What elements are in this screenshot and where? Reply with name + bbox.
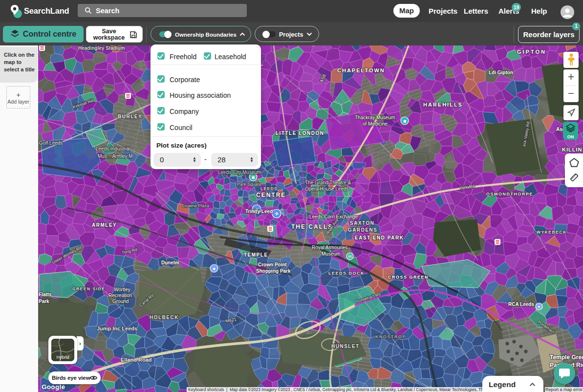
svg-text:LEEDS DOCK: LEEDS DOCK: [328, 271, 365, 276]
svg-text:LEEDS: LEEDS: [260, 186, 278, 191]
svg-text:KNOSTROP: KNOSTROP: [375, 334, 406, 339]
svg-text:RCA Leeds: RCA Leeds: [508, 302, 534, 307]
svg-text:SAXTON: SAXTON: [350, 220, 375, 226]
svg-text:Flatts: Flatts: [39, 292, 52, 297]
svg-text:Elland Road: Elland Road: [121, 357, 152, 363]
svg-text:of Medicine: of Medicine: [363, 121, 388, 127]
svg-text:Leeds Industrial: Leeds Industrial: [96, 146, 130, 152]
svg-text:ARMLEY: ARMLEY: [92, 222, 117, 228]
svg-text:Museum: Museum: [322, 251, 340, 257]
svg-text:HOLBECK: HOLBECK: [150, 315, 179, 320]
svg-text:Headingley Stadium: Headingley Stadium: [78, 45, 125, 51]
svg-text:Jump Inc Leeds: Jump Inc Leeds: [97, 326, 137, 331]
svg-text:GARDENS: GARDENS: [348, 227, 378, 233]
svg-text:Mus... Armley M: Mus... Armley M: [98, 153, 133, 159]
svg-text:Dunelm: Dunelm: [161, 260, 179, 265]
svg-text:Leeds Corn Exchange: Leeds Corn Exchange: [309, 214, 358, 219]
svg-text:KILLIN: KILLIN: [562, 147, 582, 152]
svg-text:Opera House Leeds: Opera House Leeds: [305, 186, 349, 192]
svg-text:WYKEBECK: WYKEBECK: [537, 230, 567, 235]
svg-text:Wortley: Wortley: [114, 287, 130, 292]
svg-text:Trinity Leed: Trinity Leed: [245, 209, 273, 214]
svg-text:Crown Point: Crown Point: [258, 262, 287, 267]
svg-text:CENTRE: CENTRE: [256, 192, 286, 198]
svg-text:■: ■: [252, 174, 255, 180]
svg-text:CHAPELTOWN: CHAPELTOWN: [337, 67, 385, 73]
svg-text:OSMONDTHORPE: OSMONDTHORPE: [486, 192, 533, 196]
svg-text:●: ●: [213, 266, 216, 271]
svg-text:Thackray Museum: Thackray Museum: [355, 115, 395, 120]
svg-text:Shopping Park: Shopping Park: [256, 268, 291, 274]
svg-text:Temple Green: Temple Green: [550, 354, 583, 361]
svg-text:●: ●: [538, 305, 540, 309]
svg-text:THE CALLS: THE CALLS: [291, 223, 333, 230]
svg-text:HAREHILLS: HAREHILLS: [423, 102, 463, 108]
svg-text:Royal Armouries: Royal Armouries: [312, 245, 347, 250]
svg-text:Leeds City Museum: Leeds City Museum: [218, 170, 261, 175]
svg-text:✈: ✈: [274, 211, 279, 217]
svg-text:Park Square: Park Square: [237, 182, 261, 187]
svg-text:LITTLE LONDON: LITTLE LONDON: [276, 131, 324, 136]
svg-text:HUNSLET: HUNSLET: [331, 344, 360, 349]
svg-text:The Grand Theatre &: The Grand Theatre &: [305, 180, 351, 185]
svg-text:Recreation: Recreation: [108, 293, 132, 298]
svg-text:Crowne Plaza: Crowne Plaza: [182, 203, 209, 208]
svg-text:■: ■: [403, 118, 406, 124]
svg-text:CROSS GREEN: CROSS GREEN: [388, 275, 429, 280]
svg-text:GREEN SIDE: GREEN SIDE: [72, 286, 105, 291]
svg-text:TEMPLE: TEMPLE: [244, 252, 268, 258]
svg-text:Ldi Gipton: Ldi Gipton: [489, 70, 513, 75]
svg-text:Golf Leeds: Golf Leeds: [39, 140, 63, 146]
svg-text:BURLEY: BURLEY: [118, 114, 142, 119]
svg-text:EAST END PARK: EAST END PARK: [355, 235, 404, 240]
svg-text:GIPTON: GIPTON: [517, 49, 546, 55]
svg-text:M: M: [348, 254, 352, 259]
svg-text:Park: Park: [39, 299, 49, 304]
svg-text:Ground: Ground: [112, 299, 129, 304]
